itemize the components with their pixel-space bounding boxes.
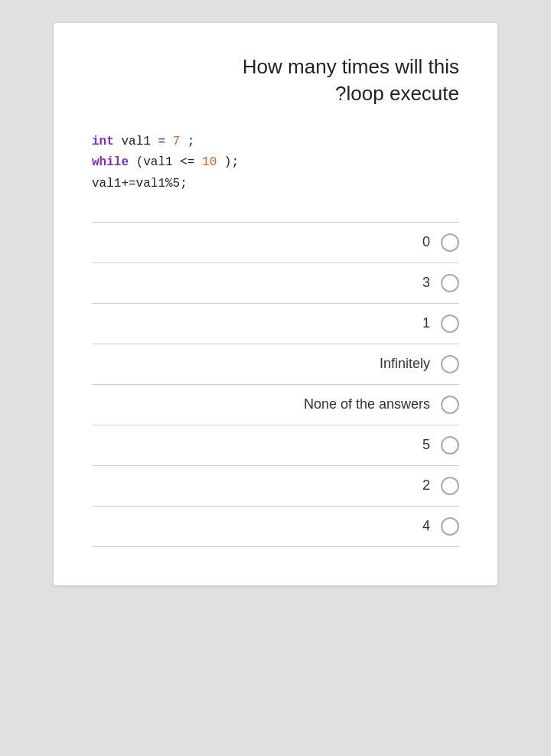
option-label-6: 2 [422, 477, 430, 494]
code-line3-text: val1+=val1%5; [92, 177, 187, 191]
option-item-7[interactable]: 4 [92, 506, 459, 547]
option-label-0: 0 [422, 234, 430, 250]
option-label-5: 5 [422, 437, 430, 453]
option-radio-2[interactable] [441, 314, 459, 333]
code-eq: = [158, 135, 172, 148]
option-radio-7[interactable] [441, 517, 459, 536]
code-semi1: ; [187, 135, 195, 148]
option-item-2[interactable]: 1 [92, 303, 459, 344]
code-var1: val1 [121, 135, 158, 148]
option-item-6[interactable]: 2 [92, 465, 459, 506]
code-line-3: val1+=val1%5; [92, 174, 459, 194]
code-num1: 7 [173, 135, 181, 148]
option-label-4: None of the answers [304, 396, 430, 412]
option-radio-4[interactable] [441, 396, 459, 414]
option-item-0[interactable]: 0 [92, 222, 459, 262]
options-list: 031InfinitelyNone of the answers524 [92, 222, 459, 547]
keyword-while: while [92, 155, 129, 169]
question-line1: How many times will this [243, 55, 459, 78]
option-radio-0[interactable] [441, 233, 459, 252]
option-item-5[interactable]: 5 [92, 425, 459, 465]
code-line-2: while (val1 <= 10 ); [92, 152, 459, 173]
code-paren: (val1 <= [136, 155, 202, 169]
option-item-1[interactable]: 3 [92, 262, 459, 303]
option-item-3[interactable]: Infinitely [92, 344, 459, 384]
option-radio-3[interactable] [441, 355, 459, 373]
code-num2: 10 [202, 155, 217, 169]
code-close: ); [224, 155, 239, 169]
option-radio-6[interactable] [441, 477, 459, 495]
quiz-card: How many times will this ?loop execute i… [54, 23, 497, 585]
code-line-1: int val1 = 7 ; [92, 132, 459, 152]
code-block: int val1 = 7 ; while (val1 <= 10 ); val1… [92, 129, 459, 197]
option-radio-1[interactable] [441, 274, 459, 292]
question-line2: ?loop execute [335, 82, 459, 105]
question-title: How many times will this ?loop execute [92, 54, 459, 107]
option-item-4[interactable]: None of the answers [92, 384, 459, 425]
option-label-7: 4 [422, 518, 430, 534]
option-radio-5[interactable] [441, 436, 459, 455]
option-label-3: Infinitely [380, 356, 430, 372]
keyword-int: int [92, 135, 114, 148]
option-label-1: 3 [422, 275, 430, 291]
option-label-2: 1 [422, 315, 430, 331]
